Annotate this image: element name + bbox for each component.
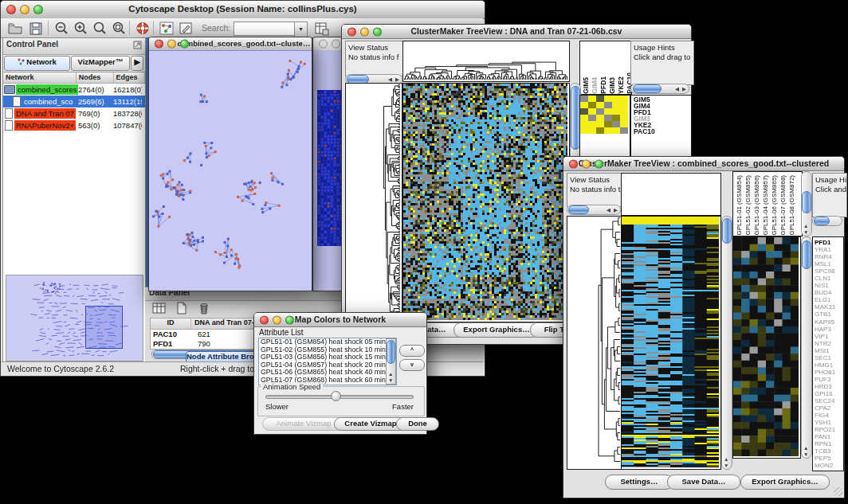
matrix-cell[interactable] <box>588 108 596 115</box>
network-view[interactable] <box>149 50 312 291</box>
minimize-button[interactable] <box>20 5 29 14</box>
network-row[interactable]: DNA and Tran 07769(0)183728(0) <box>3 107 145 119</box>
zoom-in-icon[interactable] <box>73 21 88 36</box>
matrix-cell[interactable] <box>580 102 588 108</box>
minimize-button[interactable] <box>167 40 176 49</box>
matrix-cell[interactable] <box>604 96 612 102</box>
matrix-cell[interactable] <box>596 96 604 102</box>
tv2-row-dendrogram[interactable] <box>567 216 622 470</box>
matrix-cell[interactable] <box>588 96 596 102</box>
matrix-cell[interactable] <box>588 102 596 108</box>
matrix-cell[interactable] <box>580 121 588 127</box>
network-row[interactable]: combined_scores2764(0)16218(0) <box>3 84 145 96</box>
zoom-button[interactable] <box>180 40 189 49</box>
matrix-cell[interactable] <box>612 127 620 134</box>
scroll-left-icon[interactable]: ◀ <box>388 76 392 82</box>
float-panel-icon[interactable] <box>133 41 142 49</box>
matrix-cell[interactable] <box>612 115 620 121</box>
network-overview-panel[interactable] <box>6 275 143 361</box>
save-session-icon[interactable] <box>28 21 44 36</box>
move-down-button[interactable]: v <box>399 359 425 371</box>
tab-overflow-arrow[interactable]: ▶ <box>131 56 143 71</box>
tv2-column-dendrogram[interactable] <box>621 173 721 216</box>
matrix-cell[interactable] <box>612 121 620 127</box>
overview-viewport-rect[interactable] <box>85 306 123 349</box>
matrix-cell[interactable] <box>620 115 628 121</box>
attribute-list-vscrollbar[interactable]: ▲ ▼ <box>386 338 396 385</box>
export-graphics-button[interactable]: Export Graphics… <box>453 322 540 338</box>
minimize-button[interactable] <box>332 40 340 49</box>
minimize-button[interactable] <box>273 315 281 324</box>
matrix-cell[interactable] <box>596 121 604 127</box>
network-row[interactable]: combined_sco2569(6)13112(15) <box>3 96 145 107</box>
matrix-cell[interactable] <box>620 108 628 115</box>
scroll-right-icon[interactable]: ▶ <box>614 207 618 213</box>
matrix-cell[interactable] <box>620 96 628 102</box>
matrix-cell[interactable] <box>588 121 596 127</box>
tab-network[interactable]: Network <box>4 56 70 71</box>
scroll-up-icon[interactable]: ▲ <box>724 456 728 462</box>
matrix-cell[interactable] <box>612 102 620 108</box>
matrix-cell[interactable] <box>604 108 612 115</box>
matrix-cell[interactable] <box>620 102 628 108</box>
main-titlebar[interactable]: Cytoscape Desktop (Session Name: collins… <box>1 1 485 19</box>
map-colors-dialog[interactable]: Map Colors to Network Attribute List GPL… <box>253 312 427 435</box>
scroll-up-icon[interactable]: ▲ <box>803 223 808 229</box>
animate-vizmap-button[interactable]: Animate Vizmap <box>262 417 345 431</box>
scroll-left-icon[interactable]: ◀ <box>607 207 610 213</box>
tv2-status-hscrollbar[interactable]: ◀ ▶ <box>567 205 621 215</box>
zoom-fit-icon[interactable] <box>92 21 108 36</box>
attribute-list[interactable]: GPL51-01 (GSM854) heat shock 05 minGPL51… <box>258 338 397 385</box>
tv2-zoom-heatmap[interactable] <box>732 236 801 459</box>
network-window-titlebar[interactable]: combined_scores_good.txt--cluste… <box>149 37 312 51</box>
matrix-cell[interactable] <box>596 102 604 108</box>
scroll-right-icon[interactable]: ▶ <box>395 76 399 82</box>
matrix-cell[interactable] <box>596 108 604 115</box>
matrix-cell[interactable] <box>620 127 628 134</box>
close-button[interactable] <box>319 40 328 49</box>
settings-button[interactable]: Settings… <box>605 475 673 490</box>
zoom-button[interactable] <box>33 5 43 14</box>
col-nodes[interactable]: Nodes <box>77 72 114 83</box>
help-lifesaver-icon[interactable] <box>135 21 151 36</box>
matrix-cell[interactable] <box>580 115 588 121</box>
zoom-selected-icon[interactable] <box>111 21 127 36</box>
search-dropdown-icon[interactable]: ▼ <box>294 21 308 37</box>
open-session-icon[interactable] <box>7 21 23 36</box>
close-button[interactable] <box>155 40 163 49</box>
save-data-button[interactable]: Save Data… <box>667 475 740 490</box>
move-up-button[interactable]: ^ <box>399 345 425 357</box>
scroll-down-icon[interactable]: ▼ <box>388 377 393 383</box>
slider-thumb[interactable] <box>331 391 341 401</box>
scroll-right-icon[interactable]: ▶ <box>682 86 686 92</box>
col-network[interactable]: Network <box>3 72 77 83</box>
matrix-cell[interactable] <box>604 127 612 134</box>
matrix-cell[interactable] <box>580 96 588 102</box>
scroll-left-icon[interactable]: ◀ <box>675 86 679 92</box>
network-row[interactable]: RNAPuberNov2+563(0)107847(0) <box>3 119 145 131</box>
tv1-row-dendrogram[interactable] <box>345 83 402 322</box>
tv1-column-dendrogram[interactable] <box>402 41 570 82</box>
delete-attribute-icon[interactable] <box>196 301 212 316</box>
tv2-labels-vscrollbar[interactable]: ▲ ▼ <box>801 171 812 236</box>
zoom-button[interactable] <box>595 159 603 168</box>
zoom-out-icon[interactable] <box>53 21 69 36</box>
done-button[interactable]: Done <box>396 417 439 431</box>
scroll-down-icon[interactable]: ▼ <box>803 229 808 235</box>
matrix-cell[interactable] <box>604 115 612 121</box>
close-button[interactable] <box>347 27 356 36</box>
import-table-icon[interactable] <box>313 21 329 36</box>
tab-vizmapper[interactable]: VizMapper™ <box>71 56 131 71</box>
scroll-up-icon[interactable]: ▲ <box>803 445 808 451</box>
minimize-button[interactable] <box>360 27 369 36</box>
scroll-up-icon[interactable]: ▲ <box>388 371 393 377</box>
matrix-cell[interactable] <box>612 108 620 115</box>
scroll-down-icon[interactable]: ▼ <box>803 451 808 457</box>
matrix-cell[interactable] <box>580 108 588 115</box>
treeview2-window[interactable]: ClusterMaker TreeView : combined_scores_… <box>563 156 845 498</box>
close-button[interactable] <box>569 159 578 168</box>
matrix-cell[interactable] <box>604 121 612 127</box>
tv2-heatmap-vscrollbar[interactable]: ▲ ▼ <box>721 216 732 470</box>
export-graphics-button[interactable]: Export Graphics… <box>740 475 830 490</box>
tv1-heatmap[interactable] <box>402 83 570 322</box>
